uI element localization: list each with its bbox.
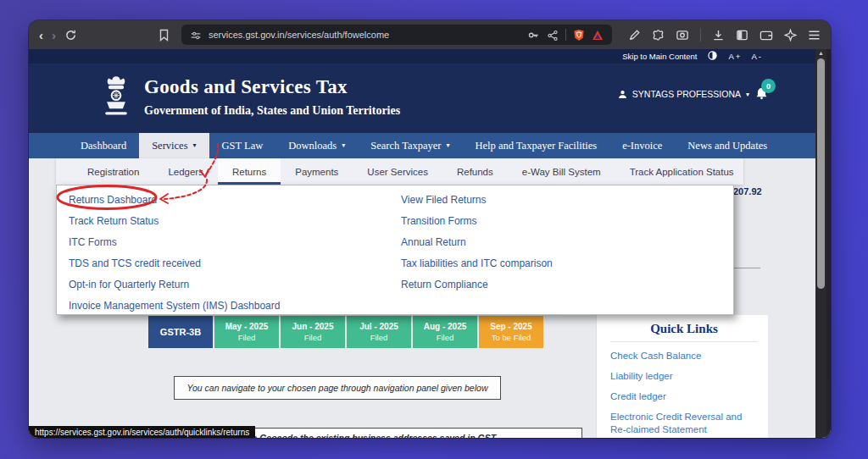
gstr3b-label-tab: GSTR-3B [148, 316, 213, 348]
chevron-down-icon: ▾ [746, 91, 749, 98]
tab-jul-2025[interactable]: Jul - 2025Filed [347, 316, 411, 348]
link-credit-ledger[interactable]: Credit ledger [610, 390, 758, 403]
india-emblem-icon [100, 75, 132, 124]
bat-triangle-icon[interactable] [592, 27, 604, 42]
url-bar[interactable]: services.gst.gov.in/services/auth/fowelc… [181, 25, 612, 45]
back-icon[interactable]: ‹ [39, 29, 43, 41]
downloads-icon[interactable] [712, 27, 725, 42]
font-increase-button[interactable]: A + [728, 52, 740, 61]
menu-tds-tcs-credit[interactable]: TDS and TCS credit received [69, 253, 280, 274]
nav-news-updates[interactable]: News and Updates [675, 133, 780, 158]
subnav-refunds[interactable]: Refunds [442, 158, 508, 185]
services-subnav: Registration Ledgers Returns Payments Us… [56, 158, 743, 185]
tab-jun-2025[interactable]: Jun - 2025Filed [281, 316, 345, 348]
leo-ai-icon[interactable] [784, 27, 797, 42]
menu-returns-dashboard[interactable]: Returns Dashboard [69, 190, 280, 211]
page-divider [730, 268, 760, 268]
sidebar-icon[interactable] [736, 27, 748, 42]
pill-divider [565, 29, 566, 41]
bookmarks-icon[interactable] [159, 27, 170, 42]
nav-help-facilities[interactable]: Help and Taxpayer Facilities [462, 133, 609, 158]
reload-icon[interactable] [64, 27, 77, 42]
scrollbar-thumb[interactable] [817, 58, 825, 289]
subnav-ledgers[interactable]: Ledgers [153, 158, 218, 185]
scroll-up-arrow[interactable]: ▲ [815, 49, 826, 58]
skip-to-main-content-link[interactable]: Skip to Main Content [622, 52, 697, 61]
caret-down-icon: ▾ [193, 142, 197, 149]
user-menu[interactable]: SYNTAGS PROFESSIONA ▾ [618, 89, 749, 99]
subnav-returns[interactable]: Returns [218, 158, 281, 185]
nav-dashboard[interactable]: Dashboard [68, 133, 139, 158]
site-titles: Goods and Services Tax Government of Ind… [144, 76, 400, 118]
share-icon[interactable] [547, 27, 559, 42]
browser-window: ‹ › services.gst.gov.in/services/auth/fo… [29, 20, 831, 438]
nav-search-taxpayer[interactable]: Search Taxpayer▾ [358, 133, 462, 158]
link-credit-reversal-statement[interactable]: Electronic Credit Reversal and Re-claime… [610, 411, 758, 436]
menu-ims-dashboard[interactable]: Invoice Management System (IMS) Dashboar… [69, 296, 280, 317]
site-settings-icon[interactable] [190, 27, 202, 42]
accessibility-bar: Skip to Main Content A + A - [29, 49, 815, 64]
subnav-payments[interactable]: Payments [281, 158, 353, 185]
menu-annual-return[interactable]: Annual Return [401, 232, 553, 253]
url-text[interactable]: services.gst.gov.in/services/auth/fowelc… [209, 30, 520, 40]
caret-down-icon: ▾ [446, 142, 449, 149]
menu-icon[interactable] [808, 27, 821, 42]
site-title: Goods and Services Tax [144, 76, 400, 98]
nav-e-invoice[interactable]: e-Invoice [609, 133, 675, 158]
main-navigation: Dashboard Services▾ GST Law Downloads▾ S… [29, 133, 815, 158]
ledger-balance-partial: 207.92 [733, 186, 762, 196]
edit-icon[interactable] [628, 27, 641, 42]
gstr3b-period-tabs: GSTR-3B May - 2025Filed Jun - 2025Filed … [148, 316, 543, 348]
toolbar-divider [700, 28, 701, 41]
wallet-icon[interactable] [760, 27, 773, 42]
tab-may-2025[interactable]: May - 2025Filed [214, 316, 279, 348]
password-key-icon[interactable] [527, 27, 540, 42]
user-icon [618, 90, 627, 99]
page-viewport: Skip to Main Content A + A - Goods a [29, 49, 831, 438]
quick-links-panel: Quick Links Check Cash Balance Liability… [596, 315, 768, 438]
tab-aug-2025[interactable]: Aug - 2025Filed [413, 316, 477, 348]
quick-links-title: Quick Links [610, 322, 758, 336]
nav-services[interactable]: Services▾ [139, 133, 209, 158]
subnav-track-application[interactable]: Track Application Status [615, 158, 748, 185]
nav-downloads[interactable]: Downloads▾ [275, 133, 358, 158]
extensions-icon[interactable] [652, 27, 665, 42]
contrast-toggle-icon[interactable] [708, 51, 717, 62]
font-decrease-button[interactable]: A - [751, 52, 761, 61]
site-subtitle: Government of India, States and Union Te… [144, 104, 400, 118]
subnav-eway-bill[interactable]: e-Way Bill System [508, 158, 615, 185]
menu-track-return-status[interactable]: Track Return Status [69, 211, 280, 232]
menu-itc-forms[interactable]: ITC Forms [69, 232, 280, 253]
status-url-tooltip: https://services.gst.gov.in/services/aut… [29, 426, 255, 438]
forward-icon[interactable]: › [52, 29, 56, 41]
subnav-registration[interactable]: Registration [73, 158, 153, 185]
menu-transition-forms[interactable]: Transition Forms [401, 211, 553, 232]
notification-badge: 0 [761, 79, 776, 93]
caret-down-icon: ▾ [342, 142, 345, 149]
brave-shield-icon[interactable] [573, 27, 585, 42]
browser-toolbar: ‹ › services.gst.gov.in/services/auth/fo… [29, 20, 831, 49]
site-header: Goods and Services Tax Government of Ind… [29, 64, 815, 133]
returns-menu-right-column: View Filed Returns Transition Forms Annu… [401, 190, 553, 296]
page-scrollbar[interactable]: ▲ [815, 49, 826, 438]
menu-return-compliance[interactable]: Return Compliance [401, 274, 553, 296]
link-liability-ledger[interactable]: Liability ledger [610, 370, 758, 383]
returns-menu-left-column: Returns Dashboard Track Return Status IT… [69, 190, 280, 317]
user-name: SYNTAGS PROFESSIONA [632, 89, 741, 99]
nav-gst-law[interactable]: GST Law [209, 133, 276, 158]
subnav-user-services[interactable]: User Services [353, 158, 442, 185]
tab-sep-2025[interactable]: Sep - 2025To be Filed [479, 316, 543, 348]
menu-view-filed-returns[interactable]: View Filed Returns [401, 190, 553, 211]
returns-dropdown-menu: Returns Dashboard Track Return Status IT… [56, 185, 734, 315]
screenshot-icon[interactable] [676, 27, 689, 42]
link-check-cash-balance[interactable]: Check Cash Balance [610, 350, 758, 362]
menu-tax-liabilities-itc[interactable]: Tax liabilities and ITC comparison [401, 253, 553, 274]
window-edge [826, 49, 831, 438]
navigation-notice-box: You can navigate to your chosen page thr… [174, 376, 501, 400]
toolbar-right-icons [628, 27, 821, 42]
menu-opt-in-quarterly[interactable]: Opt-in for Quarterly Return [69, 274, 280, 296]
